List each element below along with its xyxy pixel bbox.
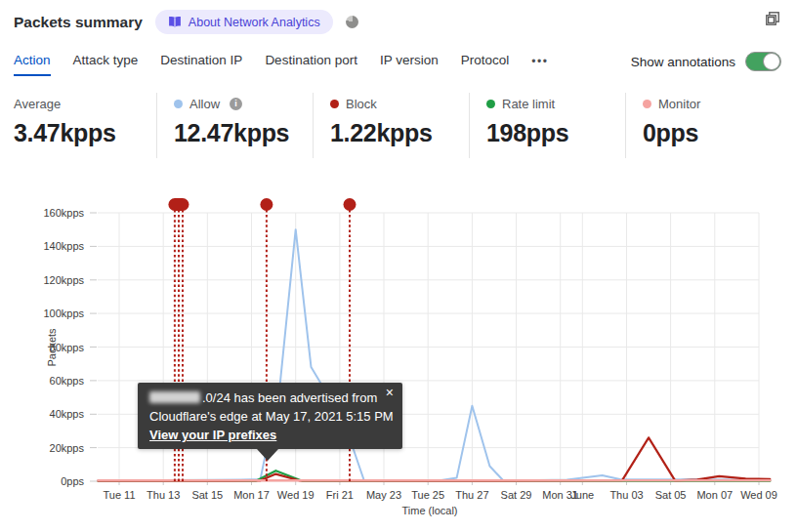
tooltip-line-1: .0/24 has been advertised from <box>149 389 391 407</box>
toggle-knob <box>763 53 780 70</box>
stat-value-rate-limit: 198pps <box>486 119 625 147</box>
stat-label-monitor: Monitor <box>658 97 700 111</box>
chart-axis-labels: 0pps20kpps40kpps60kpps80kpps100kpps120kp… <box>43 207 776 516</box>
svg-text:160kpps: 160kpps <box>43 207 84 219</box>
panel-header: Packets summary About Network Analytics <box>14 10 358 34</box>
svg-text:20kpps: 20kpps <box>50 442 85 454</box>
annotation-dot <box>344 198 357 211</box>
stat-value-block: 1.22kpps <box>330 119 469 147</box>
svg-text:40kpps: 40kpps <box>50 408 85 420</box>
svg-text:Fri 21: Fri 21 <box>326 489 354 501</box>
tooltip-close-icon[interactable]: × <box>386 385 394 400</box>
svg-text:Wed 19: Wed 19 <box>277 489 315 501</box>
stat-label-average: Average <box>14 97 61 111</box>
annotation-dot <box>260 198 273 211</box>
stat-label-block: Block <box>346 97 377 111</box>
svg-text:Thu 13: Thu 13 <box>147 489 180 501</box>
stat-value-monitor: 0pps <box>643 119 781 147</box>
annotation-tooltip: × .0/24 has been advertised from Cloudfl… <box>138 383 402 449</box>
duplicate-icon[interactable] <box>765 11 780 30</box>
stat-allow: Allow i 12.47kpps <box>156 93 313 158</box>
tab-destination-port[interactable]: Destination port <box>265 50 357 76</box>
svg-text:Tue 25: Tue 25 <box>411 489 444 501</box>
stats-row: Average 3.47kpps Allow i 12.47kpps Block… <box>14 93 781 158</box>
svg-text:Thu 03: Thu 03 <box>609 489 643 501</box>
tab-action[interactable]: Action <box>14 50 51 76</box>
tab-attack-type[interactable]: Attack type <box>73 50 139 76</box>
svg-text:60kpps: 60kpps <box>50 375 85 387</box>
show-annotations-toggle[interactable] <box>745 52 781 71</box>
tab-bar: Action Attack type Destination IP Destin… <box>14 50 781 77</box>
about-network-analytics-badge[interactable]: About Network Analytics <box>155 10 333 34</box>
stat-value-allow: 12.47kpps <box>174 119 313 147</box>
svg-text:Sat 05: Sat 05 <box>655 489 687 501</box>
svg-text:Mon 17: Mon 17 <box>233 489 270 501</box>
svg-text:120kpps: 120kpps <box>43 274 84 286</box>
tab-destination-ip[interactable]: Destination IP <box>160 50 242 76</box>
stat-average: Average 3.47kpps <box>14 93 156 158</box>
rate-limit-legend-dot <box>486 100 495 108</box>
show-annotations-label: Show annotations <box>631 55 735 69</box>
tab-protocol[interactable]: Protocol <box>461 50 510 76</box>
tooltip-line-2: Cloudflare's edge at May 17, 2021 5:15 P… <box>149 407 391 426</box>
svg-text:Tue 11: Tue 11 <box>103 489 135 501</box>
svg-text:Sat 29: Sat 29 <box>501 489 532 501</box>
svg-text:May 23: May 23 <box>366 489 401 501</box>
svg-text:June: June <box>570 489 594 501</box>
svg-text:Thu 27: Thu 27 <box>455 489 488 501</box>
packets-summary-panel: 0pps20kpps40kpps60kpps80kpps100kpps120kp… <box>0 0 797 532</box>
svg-text:0pps: 0pps <box>61 475 84 487</box>
stat-label-allow: Allow <box>189 97 220 111</box>
page-title: Packets summary <box>14 14 143 31</box>
svg-text:140kpps: 140kpps <box>43 240 84 252</box>
stat-value-average: 3.47kpps <box>14 119 156 147</box>
redacted-ip-prefix <box>149 391 200 403</box>
book-icon <box>168 16 182 28</box>
monitor-legend-dot <box>643 100 651 108</box>
show-annotations-control: Show annotations <box>631 50 781 71</box>
pie-loading-icon <box>346 16 358 28</box>
stat-rate-limit: Rate limit 198pps <box>469 93 625 158</box>
tab-ip-version[interactable]: IP version <box>380 50 439 76</box>
svg-text:100kpps: 100kpps <box>43 307 84 319</box>
stat-label-rate-limit: Rate limit <box>502 97 555 111</box>
packets-chart: 0pps20kpps40kpps60kpps80kpps100kpps120kp… <box>0 0 797 532</box>
tooltip-caret <box>257 449 278 461</box>
svg-text:Mon 07: Mon 07 <box>696 489 733 501</box>
allow-legend-dot <box>174 100 183 108</box>
stat-block: Block 1.22kpps <box>313 93 469 158</box>
more-tabs-button[interactable]: ••• <box>531 50 548 77</box>
stat-monitor: Monitor 0pps <box>625 93 781 158</box>
info-icon[interactable]: i <box>230 98 242 110</box>
svg-text:Wed 09: Wed 09 <box>740 489 777 501</box>
about-badge-label: About Network Analytics <box>189 16 320 29</box>
view-ip-prefixes-link[interactable]: View your IP prefixes <box>149 426 276 444</box>
block-legend-dot <box>330 100 339 108</box>
svg-text:Sat 15: Sat 15 <box>191 489 223 501</box>
y-axis-title: Packets <box>46 328 58 367</box>
x-axis-title: Time (local) <box>401 505 457 516</box>
annotation-dot-cluster <box>168 198 189 211</box>
